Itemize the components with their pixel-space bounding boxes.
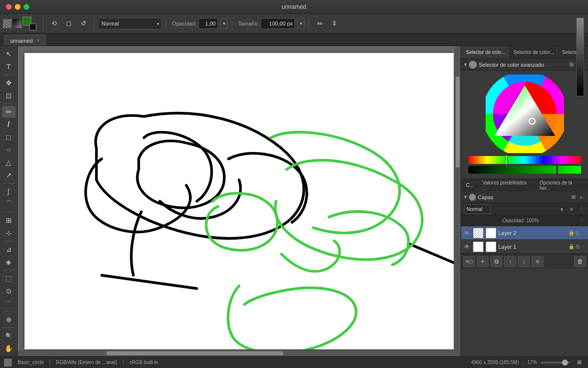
layers-header: ▾ Capas ⊞ × xyxy=(461,191,588,203)
delete-layer-button[interactable]: 🗑 xyxy=(574,256,586,267)
layers-opacity-extra[interactable]: ⋮ xyxy=(577,217,585,225)
canvas-area[interactable] xyxy=(18,46,461,356)
layer-2-icons: 🔒 ⛓ ⋮ xyxy=(568,230,586,236)
c-tab[interactable]: C... xyxy=(463,182,477,189)
close-button[interactable] xyxy=(6,4,12,10)
layer-1-thumbnail xyxy=(473,241,484,252)
select-lasso-tool[interactable]: ⌒ xyxy=(2,298,16,310)
panel-tab-2-label: Selector de color... xyxy=(514,50,554,55)
polygon-tool[interactable]: △ xyxy=(2,157,16,168)
toolbar-separator-5 xyxy=(309,17,309,30)
layer-2-more-icon: ⋮ xyxy=(581,230,586,236)
rect-tool[interactable]: □ xyxy=(2,131,16,143)
layer-2-lock-icon: 🔒 xyxy=(568,230,574,236)
color-picker-tool[interactable]: ⊿ xyxy=(2,243,16,255)
window-controls[interactable] xyxy=(6,4,29,10)
brush-tool[interactable]: ✏ xyxy=(2,106,16,118)
zoom-slider[interactable] xyxy=(541,362,570,364)
hue-indicator[interactable] xyxy=(505,155,507,165)
window-title: unnamed xyxy=(282,3,306,10)
eraser-button[interactable]: ◻ xyxy=(62,17,75,30)
drawing-canvas[interactable] xyxy=(24,53,454,349)
layer-settings-button[interactable]: ≡ xyxy=(532,256,543,267)
darkness-slider[interactable] xyxy=(576,46,584,96)
layer-2-thumbnail xyxy=(473,228,484,238)
panel-tab-color1[interactable]: Selector de colo... xyxy=(461,46,509,58)
select-ellipse-tool[interactable]: ⊙ xyxy=(2,285,16,297)
new-layer-button[interactable]: + xyxy=(477,256,489,267)
duplicate-layer-button[interactable]: ⧉ xyxy=(490,256,502,267)
zoom-tool[interactable]: 🔍 xyxy=(2,330,16,342)
layers-opacity-row: Opacidad: 100% ⋮ xyxy=(461,215,588,226)
layers-float-button[interactable]: ⊞ xyxy=(569,193,577,201)
document-tab[interactable]: unnamed × xyxy=(4,35,46,46)
maximize-button[interactable] xyxy=(24,4,29,10)
arrow-tool[interactable]: ↗ xyxy=(2,169,16,181)
hue-bar[interactable] xyxy=(468,156,581,164)
layer-1-visibility[interactable]: 👁 xyxy=(463,243,471,250)
zoom-thumb[interactable] xyxy=(562,360,568,366)
opacity-step-up[interactable]: ▾ xyxy=(220,18,228,29)
horizontal-scroll-thumb[interactable] xyxy=(106,351,284,355)
color-wheel[interactable] xyxy=(486,75,564,153)
tab-name: unnamed xyxy=(10,38,33,44)
horizontal-scrollbar[interactable] xyxy=(18,350,461,356)
text-tool[interactable]: T xyxy=(2,61,16,73)
blend-mode-select-wrap[interactable]: Normal xyxy=(98,18,162,29)
fg-bg-colors[interactable] xyxy=(23,17,36,30)
minimize-button[interactable] xyxy=(15,4,21,10)
refresh-button[interactable]: ↺ xyxy=(77,17,90,30)
vertical-scroll-thumb[interactable] xyxy=(456,77,460,168)
view-toggle-button[interactable]: ⊞ xyxy=(574,358,584,368)
flip-v-button[interactable]: ⇕ xyxy=(328,17,341,30)
layer-2-visibility[interactable]: 👁 xyxy=(463,230,471,237)
opacity-label: Opacidad: xyxy=(172,21,196,26)
reset-tool-button[interactable]: ⟲ xyxy=(48,17,60,30)
layers-extra-button[interactable]: ⋮ xyxy=(577,205,585,213)
layers-collapse-arrow[interactable]: ▾ xyxy=(464,194,467,200)
bezier-tool[interactable]: ∫ xyxy=(2,185,16,197)
layers-close-button[interactable]: × xyxy=(577,193,585,201)
flip-h-button[interactable]: ⇔ xyxy=(313,17,326,30)
collapse-arrow[interactable]: ▾ xyxy=(464,61,467,68)
crop-tool[interactable]: ⊡ xyxy=(2,90,16,102)
panel-float-button[interactable]: ⊞ xyxy=(567,61,575,69)
offset-tool[interactable]: ⊹ xyxy=(2,227,16,239)
size-step-up[interactable]: ▾ xyxy=(297,18,305,29)
fill-tool[interactable]: ◈ xyxy=(2,256,16,268)
color-area xyxy=(3,17,36,30)
layers-filter-button[interactable]: ≡ xyxy=(567,205,575,213)
new-group-button[interactable]: +□ xyxy=(463,256,475,267)
color-wheel-svg[interactable] xyxy=(486,75,564,153)
select-rect-tool[interactable]: ⬚ xyxy=(2,272,16,284)
pointer-tool[interactable]: ↖ xyxy=(2,48,16,60)
move-layer-up-button[interactable]: ↑ xyxy=(504,256,516,267)
layers-mode-select[interactable]: Normal xyxy=(464,204,491,214)
background-color[interactable] xyxy=(29,24,36,30)
layers-actions: +□ + ⧉ ↑ ↓ ≡ 🗑 xyxy=(461,254,588,269)
move-layer-down-button[interactable]: ↓ xyxy=(518,256,530,267)
vertical-scrollbar[interactable] xyxy=(455,46,461,350)
status-file-info: Basic_circle xyxy=(18,360,44,365)
size-input[interactable] xyxy=(261,18,295,29)
move-tool[interactable]: ✥ xyxy=(2,77,16,89)
opacity-input[interactable] xyxy=(198,18,218,29)
panel-tab-color2[interactable]: Selector de color... xyxy=(509,46,557,58)
presets-tab[interactable]: Valores predefinidos ... xyxy=(480,179,534,192)
layers-mode-wrap[interactable]: Normal xyxy=(464,204,565,214)
layer-item-2[interactable]: 👁 Layer 2 🔒 ⛓ ⋮ xyxy=(461,226,588,240)
left-toolbar: ↖ T ✥ ⊡ ✏ / □ ○ △ ↗ ∫ ⌒ ⊞ ⊹ ⊿ ◈ ⬚ ⊙ ⌒ ⊕ … xyxy=(0,46,18,356)
blend-mode-select[interactable]: Normal xyxy=(98,18,162,29)
layer-item-1[interactable]: 👁 Layer 1 🔒 ⛓ ⋮ xyxy=(461,240,588,254)
clone-tool[interactable]: ⊕ xyxy=(2,314,16,325)
transform-tool[interactable]: ⊞ xyxy=(2,214,16,226)
tab-close-button[interactable]: × xyxy=(37,38,40,43)
hand-tool[interactable]: ✋ xyxy=(2,342,16,354)
status-zoom: 17% xyxy=(527,360,537,365)
saturation-indicator[interactable] xyxy=(556,165,558,175)
line-tool[interactable]: / xyxy=(2,119,16,131)
path-tool[interactable]: ⌒ xyxy=(2,198,16,210)
tool-options-tab[interactable]: Opciones de la her... xyxy=(537,179,586,192)
saturation-bar[interactable] xyxy=(468,166,581,174)
ellipse-tool[interactable]: ○ xyxy=(2,144,16,156)
